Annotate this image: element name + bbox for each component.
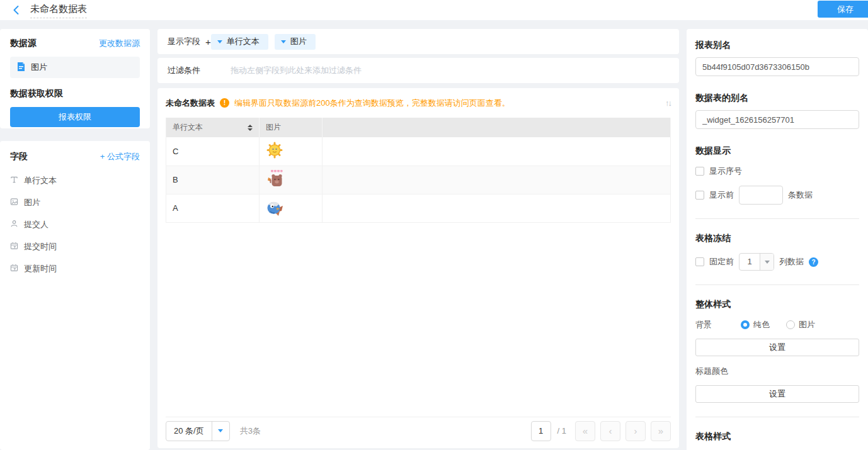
table-notice: 编辑界面只取数据源前200条作为查询数据预览，完整数据请访问页面查看。 xyxy=(234,98,510,109)
warning-icon: ! xyxy=(220,98,229,108)
table-title: 未命名数据表 xyxy=(166,98,215,109)
cell-blank xyxy=(323,166,671,194)
report-permission-button[interactable]: 报表权限 xyxy=(10,107,140,127)
tag-label: 单行文本 xyxy=(227,36,260,47)
chevron-down-icon xyxy=(760,254,774,270)
show-top-checkbox[interactable] xyxy=(695,191,704,200)
column-label: 图片 xyxy=(266,123,281,132)
cell-blank xyxy=(323,194,671,222)
page-size-value: 20 条/页 xyxy=(166,422,212,441)
display-field-tag-text[interactable]: 单行文本 xyxy=(211,34,268,50)
divider xyxy=(695,218,859,219)
background-solid-option[interactable]: 纯色 xyxy=(741,319,770,330)
field-item-label: 图片 xyxy=(24,197,40,208)
cell-blank xyxy=(323,137,671,166)
chevron-down-icon xyxy=(281,40,286,43)
filter-drop-zone[interactable]: 拖动左侧字段到此处来添加过滤条件 xyxy=(231,65,362,76)
page-number-input[interactable] xyxy=(531,421,551,441)
permission-title: 数据获取权限 xyxy=(10,88,140,99)
page-size-select[interactable]: 20 条/页 xyxy=(166,421,230,441)
table-row: A xyxy=(166,194,671,222)
cell-text: A xyxy=(166,194,260,222)
column-header-text[interactable]: 单行文本 xyxy=(166,118,260,137)
submitter-icon xyxy=(10,220,18,230)
divider xyxy=(695,417,859,417)
data-display-title: 数据显示 xyxy=(695,145,859,157)
show-top-count-input[interactable] xyxy=(739,186,783,205)
pagination-bar: 20 条/页 共3条 / 1 « ‹ › » xyxy=(166,417,671,444)
calendar-icon xyxy=(10,242,18,252)
column-header-blank xyxy=(323,118,671,137)
settings-panel: 报表别名 数据表的别名 数据显示 显示序号 显示前 条数据 表格冻结 固定前 1… xyxy=(687,29,868,450)
first-page-button[interactable]: « xyxy=(575,421,595,441)
title-color-set-button[interactable]: 设置 xyxy=(695,385,859,403)
image-label: 图片 xyxy=(799,319,815,330)
overall-style-title: 整体样式 xyxy=(695,299,859,310)
background-set-button[interactable]: 设置 xyxy=(695,339,859,356)
freeze-prefix: 固定前 xyxy=(709,256,734,267)
fields-panel: 字段 + 公式字段 单行文本 图片 提交人 提交时间 xyxy=(0,141,150,450)
cell-text: C xyxy=(166,137,260,166)
preview-table: 单行文本 图片 C xyxy=(166,118,671,223)
change-datasource-link[interactable]: 更改数据源 xyxy=(99,38,140,49)
sun-image[interactable] xyxy=(266,142,283,160)
bear-image[interactable] xyxy=(266,169,286,191)
tag-label: 图片 xyxy=(290,36,307,47)
next-page-button[interactable]: › xyxy=(625,421,646,441)
column-label: 单行文本 xyxy=(173,122,203,133)
cell-image xyxy=(260,166,323,194)
datasource-item-label: 图片 xyxy=(31,62,47,73)
image-field-icon xyxy=(10,198,18,208)
show-index-checkbox[interactable] xyxy=(695,167,704,176)
report-alias-input[interactable] xyxy=(695,57,859,76)
background-image-option[interactable]: 图片 xyxy=(786,319,815,330)
table-row: C xyxy=(166,137,671,166)
chevron-down-icon xyxy=(212,422,229,441)
fish-image[interactable] xyxy=(266,198,285,218)
add-formula-label: 公式字段 xyxy=(107,152,140,161)
table-alias-label: 数据表的别名 xyxy=(695,93,859,104)
radio-selected-icon xyxy=(741,320,750,329)
last-page-button[interactable]: » xyxy=(651,421,671,441)
cell-image xyxy=(260,137,323,166)
solid-label: 纯色 xyxy=(753,319,770,330)
field-item-update-time[interactable]: 更新时间 xyxy=(10,263,140,274)
freeze-checkbox[interactable] xyxy=(695,257,704,266)
plus-icon: + xyxy=(100,152,105,161)
show-index-label: 显示序号 xyxy=(709,166,742,177)
cell-text: B xyxy=(166,166,260,194)
total-count: 共3条 xyxy=(240,425,261,437)
save-button[interactable]: 保存 xyxy=(818,1,868,18)
display-field-tag-image[interactable]: 图片 xyxy=(275,34,316,50)
freeze-count-select[interactable]: 1 xyxy=(739,253,774,271)
page-title[interactable]: 未命名数据表 xyxy=(30,3,87,18)
prev-page-button[interactable]: ‹ xyxy=(600,421,620,441)
table-header-row: 单行文本 图片 xyxy=(166,118,671,137)
field-item-label: 更新时间 xyxy=(24,263,57,274)
field-item-submitter[interactable]: 提交人 xyxy=(10,219,140,230)
field-item-image[interactable]: 图片 xyxy=(10,197,140,208)
fields-title: 字段 xyxy=(10,151,28,162)
radio-icon xyxy=(786,320,795,329)
field-item-label: 提交人 xyxy=(24,219,49,230)
field-item-submit-time[interactable]: 提交时间 xyxy=(10,241,140,252)
back-icon[interactable] xyxy=(11,5,21,15)
freeze-suffix: 列数据 xyxy=(779,256,804,267)
display-fields-bar: 显示字段 + 单行文本 图片 xyxy=(157,29,679,54)
display-fields-label: 显示字段 xyxy=(168,36,200,47)
datasource-item[interactable]: 图片 xyxy=(10,57,140,78)
show-top-prefix: 显示前 xyxy=(709,189,734,201)
add-formula-field-link[interactable]: + 公式字段 xyxy=(100,151,140,162)
background-label: 背景 xyxy=(695,319,741,330)
column-header-image: 图片 xyxy=(260,118,323,137)
sort-arrows-icon[interactable] xyxy=(248,125,253,131)
help-icon[interactable]: ? xyxy=(809,257,818,267)
field-item-text[interactable]: 单行文本 xyxy=(10,175,140,186)
filter-label: 过滤条件 xyxy=(168,65,200,76)
freeze-count-value: 1 xyxy=(740,254,760,270)
table-alias-input[interactable] xyxy=(695,110,859,129)
sort-order-icon[interactable]: ↑↓ xyxy=(665,98,671,108)
datasource-title: 数据源 xyxy=(10,38,37,49)
add-display-field-button[interactable]: + xyxy=(205,37,211,47)
data-table-panel: 未命名数据表 ! 编辑界面只取数据源前200条作为查询数据预览，完整数据请访问页… xyxy=(157,88,679,448)
